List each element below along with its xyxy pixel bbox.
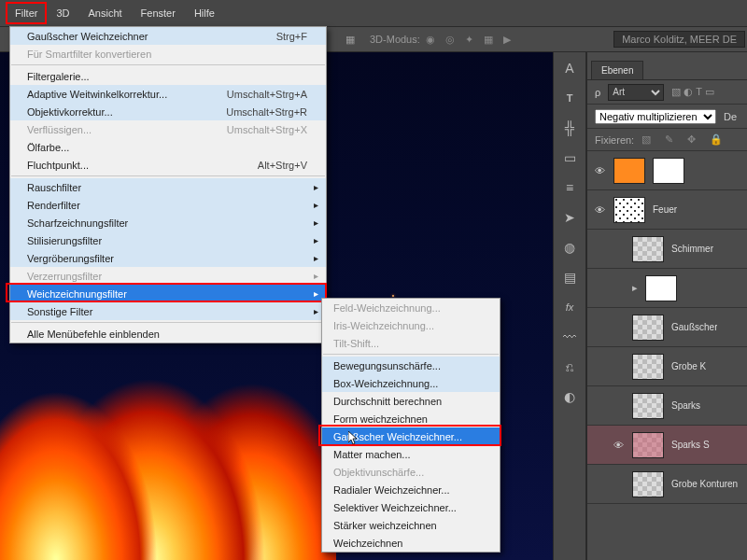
menu-hilfe[interactable]: Hilfe xyxy=(185,2,224,24)
menu-shortcut: Umschalt+Strg+X xyxy=(227,124,307,135)
blend-select[interactable]: Negativ multiplizieren xyxy=(595,109,716,124)
menu-item[interactable]: Scharfzeichnungsfilter xyxy=(10,214,326,231)
menu-item-label: Verzerrungsfilter xyxy=(27,271,307,282)
submenu-item[interactable]: Radialer Weichzeichner... xyxy=(322,481,500,498)
menu-item[interactable]: Weichzeichnungsfilter xyxy=(10,285,326,302)
layer-row[interactable]: 👁Sparks S xyxy=(587,426,747,465)
menu-item: Verflüssigen...Umschalt+Strg+X xyxy=(10,120,326,138)
tab-ebenen[interactable]: Ebenen xyxy=(591,61,643,79)
slice-icon[interactable]: ▭ xyxy=(559,147,580,168)
ruler-icon[interactable]: ╬ xyxy=(559,118,580,138)
layer-row[interactable]: Gaußscher xyxy=(587,308,747,347)
user-tag[interactable]: Marco Kolditz, MEER DE xyxy=(613,31,745,48)
visibility-icon[interactable]: 👁 xyxy=(593,204,606,216)
submenu-item[interactable]: Bewegungsunschärfe... xyxy=(322,357,500,374)
menu-item[interactable]: Gaußscher WeichzeichnerStrg+F xyxy=(10,27,326,45)
layer-thumbnail[interactable] xyxy=(613,158,645,184)
visibility-icon[interactable]: 👁 xyxy=(612,440,625,451)
text-tool-icon[interactable]: T xyxy=(559,88,580,108)
layer-name[interactable]: Sparks xyxy=(671,400,700,411)
guide-icon[interactable]: ≡ xyxy=(559,177,580,198)
layer-row[interactable]: 👁Feuer xyxy=(587,190,747,230)
gradient-icon[interactable]: ▤ xyxy=(559,267,580,287)
layer-mask-thumb[interactable] xyxy=(653,158,684,184)
layer-row[interactable]: ▸ xyxy=(587,269,747,308)
cursor-icon xyxy=(348,431,359,448)
menu-filter[interactable]: Filter xyxy=(6,2,47,24)
submenu-item[interactable]: Weichzeichnen xyxy=(322,534,500,552)
menu-item-label: Alle Menübefehle einblenden xyxy=(27,329,307,340)
lock-icons[interactable]: ▧ ✎ ✥ 🔒 xyxy=(641,133,728,146)
layer-name[interactable]: Gaußscher xyxy=(671,322,717,332)
layer-row[interactable]: Sparks xyxy=(587,386,747,426)
menu-item[interactable]: Objektivkorrektur...Umschalt+Strg+R xyxy=(10,103,326,120)
menu-item-label: Fluchtpunkt... xyxy=(27,160,258,171)
menu-3d[interactable]: 3D xyxy=(47,2,78,24)
kind-filter-icon[interactable]: ρ xyxy=(595,87,600,98)
layer-name[interactable]: Schimmer xyxy=(671,244,713,254)
dodge-icon[interactable]: ◐ xyxy=(559,386,580,407)
menu-item[interactable]: Sonstige Filter xyxy=(10,302,326,320)
mode-icon[interactable]: ◉ ◎ ✦ ▦ ▶ xyxy=(426,34,514,46)
layer-name[interactable]: Grobe K xyxy=(671,361,706,371)
submenu-item[interactable]: Selektiver Weichzeichner... xyxy=(322,498,500,516)
menu-item-label: Renderfilter xyxy=(27,200,307,211)
menu-ansicht[interactable]: Ansicht xyxy=(79,2,132,24)
layer-thumbnail[interactable] xyxy=(632,315,664,341)
menu-item-label: Rauschfilter xyxy=(27,182,307,193)
submenu-item: Iris-Weichzeichnung... xyxy=(322,316,500,334)
menu-item[interactable]: Fluchtpunkt...Alt+Strg+V xyxy=(10,156,326,174)
mode-label: 3D-Modus: xyxy=(370,34,420,45)
filter-pic-icon[interactable]: ▧ ◐ T ▭ xyxy=(671,86,714,98)
layer-thumbnail[interactable] xyxy=(632,236,664,262)
layer-row[interactable]: Grobe K xyxy=(587,347,747,386)
fx-icon[interactable]: fx xyxy=(559,297,580,317)
visibility-icon[interactable]: 👁 xyxy=(593,165,606,176)
brush-icon[interactable]: 〰 xyxy=(559,327,580,347)
menu-item[interactable]: Filtergalerie... xyxy=(10,67,326,85)
menu-item-label: Ölfarbe... xyxy=(27,142,307,153)
palette-icon[interactable]: ◍ xyxy=(559,237,580,258)
menu-item-label: Vergröberungsfilter xyxy=(27,253,307,264)
menu-fenster[interactable]: Fenster xyxy=(132,2,185,24)
layer-row[interactable]: Schimmer xyxy=(587,230,747,269)
menu-item-label: Adaptive Weitwinkelkorrektur... xyxy=(27,89,227,100)
menu-item[interactable]: Alle Menübefehle einblenden xyxy=(10,325,326,343)
menu-item: Für Smartfilter konvertieren xyxy=(10,45,326,63)
opacity-label: De xyxy=(724,111,737,122)
menu-shortcut: Alt+Strg+V xyxy=(258,160,307,171)
arrow-tool-icon[interactable]: ➤ xyxy=(559,207,580,228)
layer-row[interactable]: Grobe Konturen xyxy=(587,465,747,504)
layer-thumbnail[interactable] xyxy=(632,432,664,458)
menu-item[interactable]: Ölfarbe... xyxy=(10,138,326,156)
layer-name[interactable]: Feuer xyxy=(653,204,677,215)
layer-thumbnail[interactable] xyxy=(632,393,664,419)
type-tool-icon[interactable]: A xyxy=(559,58,580,78)
menu-shortcut: Strg+F xyxy=(276,31,307,42)
layer-row[interactable]: 👁 xyxy=(587,151,747,190)
layer-name[interactable]: Sparks S xyxy=(671,440,710,450)
submenu-item[interactable]: Durchschnitt berechnen xyxy=(322,392,500,410)
menu-item[interactable]: Rauschfilter xyxy=(10,178,326,196)
menu-item[interactable]: Adaptive Weitwinkelkorrektur...Umschalt+… xyxy=(10,85,326,103)
kind-select[interactable]: Art xyxy=(608,84,664,101)
expand-icon[interactable]: ▸ xyxy=(632,282,638,294)
layer-thumbnail[interactable] xyxy=(613,197,645,223)
submenu-item[interactable]: Box-Weichzeichnung... xyxy=(322,374,500,392)
menu-item[interactable]: Renderfilter xyxy=(10,196,326,214)
layer-thumbnail[interactable] xyxy=(645,275,677,301)
layer-thumbnail[interactable] xyxy=(632,354,664,380)
submenu-item: Feld-Weichzeichnung... xyxy=(322,299,500,316)
layer-name[interactable]: Grobe Konturen xyxy=(671,479,738,489)
panel-icon[interactable]: ▦ xyxy=(345,34,355,46)
layer-thumbnail[interactable] xyxy=(632,471,664,497)
submenu-item[interactable]: Form weichzeichnen xyxy=(322,410,500,427)
menu-item[interactable]: Stilisierungsfilter xyxy=(10,231,326,249)
menu-item-label: Für Smartfilter konvertieren xyxy=(27,49,307,60)
menu-item[interactable]: Vergröberungsfilter xyxy=(10,249,326,267)
submenu-item[interactable]: Stärker weichzeichnen xyxy=(322,516,500,534)
clone-icon[interactable]: ⎌ xyxy=(559,357,580,377)
vertical-toolbar: A T ╬ ▭ ≡ ➤ ◍ ▤ fx 〰 ⎌ ◐ xyxy=(553,52,586,560)
layers-panel: Ebenen ρ Art ▧ ◐ T ▭ Negativ multiplizie… xyxy=(586,52,747,560)
menu-shortcut: Umschalt+Strg+R xyxy=(226,106,307,118)
